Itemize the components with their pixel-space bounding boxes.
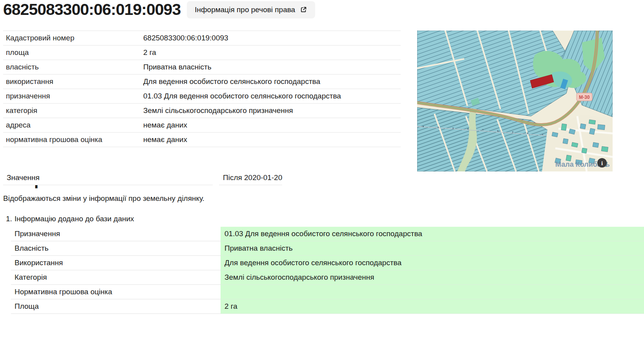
row-value: немає даних bbox=[143, 121, 401, 129]
table-row: нормативна грошова оцінка немає даних bbox=[3, 133, 401, 147]
cadastral-map[interactable]: М-30 Мала Колибань i bbox=[417, 31, 613, 171]
table-row: площа 2 га bbox=[3, 46, 401, 60]
header: 6825083300:06:019:0093 Інформація про ре… bbox=[3, 1, 315, 18]
row-label: площа bbox=[3, 48, 143, 57]
row-label: Призначення bbox=[11, 227, 221, 241]
row-label: адреса bbox=[3, 121, 143, 129]
row-value: немає даних bbox=[143, 135, 401, 144]
header-value: Після 2020-01-20 bbox=[219, 171, 282, 185]
row-value: 6825083300:06:019:0093 bbox=[143, 34, 401, 42]
row-value bbox=[221, 285, 644, 299]
svg-text:М-30: М-30 bbox=[579, 95, 590, 100]
row-value: Для ведення особистого селянського госпо… bbox=[221, 256, 644, 270]
table-row: категорія Землі сільськогосподарського п… bbox=[3, 104, 401, 118]
entry-title-text: Інформацію додано до бази даних bbox=[15, 215, 134, 223]
header-label: Значення bbox=[3, 171, 213, 185]
history-entry-title: 1. Інформацію додано до бази даних bbox=[6, 215, 644, 223]
row-label: власність bbox=[3, 63, 143, 71]
table-row: власність Приватна власність bbox=[3, 60, 401, 75]
history-table: Значення Після 2020-01-20 Призначення 01… bbox=[11, 227, 644, 314]
page-title: 6825083300:06:019:0093 bbox=[3, 1, 181, 18]
entry-number: 1. bbox=[6, 215, 11, 223]
table-row: Нормативна грошова оцінка bbox=[11, 285, 644, 299]
row-value: 01.03 Для ведення особистого селянського… bbox=[143, 92, 401, 100]
svg-text:i: i bbox=[601, 160, 603, 166]
table-row: Використання Для ведення особистого селя… bbox=[11, 256, 644, 270]
property-rights-button[interactable]: Інформація про речові права bbox=[187, 1, 315, 18]
external-link-icon bbox=[300, 6, 307, 13]
property-rights-button-label: Інформація про речові права bbox=[195, 5, 295, 14]
history-section: Історія Відображаються зміни у інформаці… bbox=[0, 170, 644, 314]
row-label: Нормативна грошова оцінка bbox=[11, 285, 221, 299]
row-label: Використання bbox=[11, 256, 221, 270]
row-label: використання bbox=[3, 77, 143, 86]
row-label: Кадастровий номер bbox=[3, 34, 143, 42]
table-row: використання Для ведення особистого селя… bbox=[3, 75, 401, 89]
row-label: нормативна грошова оцінка bbox=[3, 135, 143, 144]
row-value: Землі сільськогосподарського призначення bbox=[221, 270, 644, 285]
table-row: адреса немає даних bbox=[3, 118, 401, 133]
table-header-row: Значення Після 2020-01-20 bbox=[3, 171, 282, 185]
map-info-icon[interactable]: i bbox=[597, 158, 607, 168]
row-label: призначення bbox=[3, 92, 143, 100]
row-label: Категорія bbox=[11, 270, 221, 285]
table-row: Власність Приватна власність bbox=[11, 241, 644, 256]
row-label: Власність bbox=[11, 241, 221, 256]
row-label: категорія bbox=[3, 106, 143, 115]
road-badge: М-30 bbox=[576, 93, 592, 101]
table-row: Площа 2 га bbox=[11, 299, 644, 314]
row-value: Приватна власність bbox=[221, 241, 644, 256]
row-value: 01.03 Для ведення особистого селянського… bbox=[221, 227, 644, 241]
row-value: Землі сільськогосподарського призначення bbox=[143, 106, 401, 115]
row-value: Для ведення особистого селянського госпо… bbox=[143, 77, 401, 86]
parcel-info-table: Кадастровий номер 6825083300:06:019:0093… bbox=[3, 31, 401, 147]
row-value: 2 га bbox=[143, 48, 401, 57]
history-description: Відображаються зміни у інформації про зе… bbox=[3, 194, 644, 203]
row-label: Площа bbox=[11, 299, 221, 314]
table-row: Призначення 01.03 Для ведення особистого… bbox=[11, 227, 644, 241]
table-row: Кадастровий номер 6825083300:06:019:0093 bbox=[3, 31, 401, 46]
table-row: Категорія Землі сільськогосподарського п… bbox=[11, 270, 644, 285]
history-entry: 1. Інформацію додано до бази даних Значе… bbox=[0, 215, 644, 314]
parcel-page: 6825083300:06:019:0093 Інформація про ре… bbox=[0, 0, 644, 337]
table-row: призначення 01.03 Для ведення особистого… bbox=[3, 89, 401, 104]
row-value: Приватна власність bbox=[143, 63, 401, 71]
row-value: 2 га bbox=[221, 299, 644, 314]
